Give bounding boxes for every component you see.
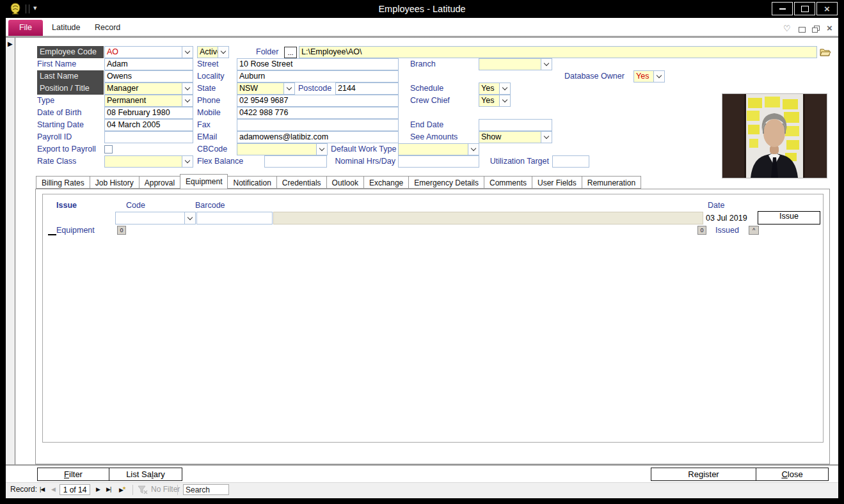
maximize-button[interactable] bbox=[794, 2, 815, 15]
flex-balance-label: Flex Balance bbox=[197, 155, 243, 168]
chevron-down-icon[interactable] bbox=[653, 71, 664, 82]
database-owner-select[interactable]: Yes bbox=[633, 70, 665, 83]
tab-notification[interactable]: Notification bbox=[227, 176, 276, 189]
nominal-hrs-day-field[interactable] bbox=[398, 155, 479, 168]
type-label: Type bbox=[37, 95, 54, 107]
issued-count-button[interactable]: 0 bbox=[697, 226, 706, 235]
minimize-window-icon[interactable] bbox=[799, 27, 806, 33]
tab-emergency-details[interactable]: Emergency Details bbox=[408, 176, 484, 189]
postcode-label: Postcode bbox=[298, 83, 331, 95]
tab-exchange[interactable]: Exchange bbox=[363, 176, 409, 189]
list-salary-button[interactable]: List Salary bbox=[109, 468, 182, 481]
first-record-button[interactable]: |◀ bbox=[40, 485, 44, 494]
email-field[interactable]: adamowens@latibiz.com bbox=[237, 131, 399, 143]
equipment-label: Equipment bbox=[56, 224, 95, 236]
tab-outlook[interactable]: Outlook bbox=[326, 176, 364, 189]
chevron-down-icon[interactable] bbox=[541, 59, 552, 70]
date-of-birth-field[interactable]: 08 February 1980 bbox=[104, 107, 193, 119]
chevron-down-icon[interactable] bbox=[283, 83, 294, 94]
rate-class-select[interactable] bbox=[104, 155, 193, 168]
chevron-down-icon[interactable] bbox=[182, 83, 193, 94]
fax-field[interactable] bbox=[237, 119, 399, 131]
ribbon-tab-record[interactable]: Record bbox=[95, 20, 120, 36]
type-select[interactable]: Permanent bbox=[104, 95, 193, 107]
close-form-button[interactable]: Close bbox=[756, 468, 829, 481]
folder-field[interactable]: L:\Employee\AO\ bbox=[299, 46, 817, 58]
chevron-down-icon[interactable] bbox=[184, 212, 195, 224]
utilization-target-field[interactable] bbox=[552, 155, 589, 168]
employee-code-select[interactable]: AO bbox=[104, 46, 193, 58]
detail-tabs: Billing Rates Job History Approval Equip… bbox=[36, 176, 641, 189]
branch-select[interactable] bbox=[479, 58, 552, 70]
tab-equipment[interactable]: Equipment bbox=[180, 174, 228, 189]
state-select[interactable]: NSW bbox=[237, 83, 295, 95]
heart-icon[interactable]: ♡ bbox=[783, 24, 791, 33]
restore-window-icon[interactable] bbox=[812, 26, 820, 33]
flex-balance-field[interactable] bbox=[264, 155, 327, 168]
locality-field[interactable]: Auburn bbox=[237, 70, 399, 83]
tab-credentials[interactable]: Credentials bbox=[276, 176, 327, 189]
equipment-code-select[interactable] bbox=[115, 212, 196, 224]
last-name-field[interactable]: Owens bbox=[104, 70, 193, 83]
last-record-button[interactable]: ▶| bbox=[106, 485, 111, 494]
export-to-payroll-checkbox[interactable] bbox=[104, 145, 113, 154]
chevron-down-icon[interactable] bbox=[218, 47, 228, 58]
folder-browse-button[interactable]: ... bbox=[284, 47, 297, 58]
search-input[interactable] bbox=[183, 484, 229, 495]
register-button[interactable]: Register bbox=[651, 468, 756, 481]
employee-photo bbox=[722, 93, 827, 178]
record-selector-bar[interactable] bbox=[6, 38, 15, 465]
payroll-id-field[interactable] bbox=[104, 131, 193, 143]
minimize-button[interactable] bbox=[772, 2, 793, 15]
postcode-field[interactable]: 2144 bbox=[335, 83, 399, 95]
chevron-down-icon[interactable] bbox=[182, 95, 193, 106]
first-name-field[interactable]: Adam bbox=[104, 58, 193, 70]
close-window-icon[interactable]: × bbox=[827, 23, 832, 33]
open-folder-icon[interactable] bbox=[820, 47, 831, 59]
filter-button[interactable]: Filter bbox=[37, 468, 109, 481]
street-field[interactable]: 10 Rose Street bbox=[237, 58, 399, 70]
chevron-down-icon[interactable] bbox=[499, 83, 510, 94]
position-title-label: Position / Title bbox=[37, 83, 104, 95]
ribbon-tab-file[interactable]: File bbox=[8, 20, 43, 36]
tab-user-fields[interactable]: User Fields bbox=[532, 176, 582, 189]
chevron-down-icon[interactable] bbox=[182, 47, 193, 58]
tab-remuneration[interactable]: Remuneration bbox=[582, 176, 641, 189]
end-date-field[interactable] bbox=[479, 119, 552, 131]
chevron-down-icon[interactable] bbox=[182, 156, 193, 167]
chevron-down-icon[interactable] bbox=[316, 144, 327, 155]
chevron-down-icon[interactable] bbox=[499, 95, 510, 106]
equipment-description-field bbox=[273, 212, 703, 224]
phone-field[interactable]: 02 9549 9687 bbox=[237, 95, 399, 107]
schedule-select[interactable]: Yes bbox=[479, 83, 511, 95]
tab-approval[interactable]: Approval bbox=[139, 176, 180, 189]
default-work-type-select[interactable] bbox=[398, 143, 479, 155]
tab-job-history[interactable]: Job History bbox=[90, 176, 139, 189]
see-amounts-select[interactable]: Show bbox=[479, 131, 552, 143]
chevron-down-icon[interactable] bbox=[541, 132, 552, 143]
branch-label: Branch bbox=[410, 58, 436, 70]
next-record-button[interactable]: ▶ bbox=[96, 485, 100, 494]
cbcode-select[interactable] bbox=[237, 143, 328, 155]
chevron-down-icon[interactable] bbox=[468, 144, 479, 155]
mobile-field[interactable]: 0422 988 776 bbox=[237, 107, 399, 119]
sort-ascending-button[interactable]: ^ bbox=[749, 226, 759, 235]
crew-chief-select[interactable]: Yes bbox=[479, 95, 511, 107]
new-record-button[interactable]: ▶* bbox=[119, 485, 125, 494]
tab-billing-rates[interactable]: Billing Rates bbox=[36, 176, 90, 189]
footer-divider bbox=[6, 464, 838, 466]
ribbon-tab-latitude[interactable]: Latitude bbox=[52, 20, 80, 36]
date-header: Date bbox=[708, 200, 724, 211]
starting-date-field[interactable]: 04 March 2005 bbox=[104, 119, 193, 131]
ribbon bbox=[6, 18, 838, 36]
active-status-select[interactable]: Active bbox=[197, 46, 229, 58]
tab-comments[interactable]: Comments bbox=[484, 176, 532, 189]
issue-button[interactable]: Issue bbox=[758, 211, 820, 224]
equipment-count-button[interactable]: 0 bbox=[117, 226, 126, 235]
position-title-select[interactable]: Manager bbox=[104, 83, 193, 95]
close-button[interactable]: × bbox=[816, 2, 838, 15]
record-position-input[interactable] bbox=[60, 484, 90, 495]
minimize-icon bbox=[779, 8, 786, 10]
equipment-barcode-field[interactable] bbox=[196, 212, 273, 224]
equipment-date-field[interactable]: 03 Jul 2019 bbox=[706, 212, 747, 224]
